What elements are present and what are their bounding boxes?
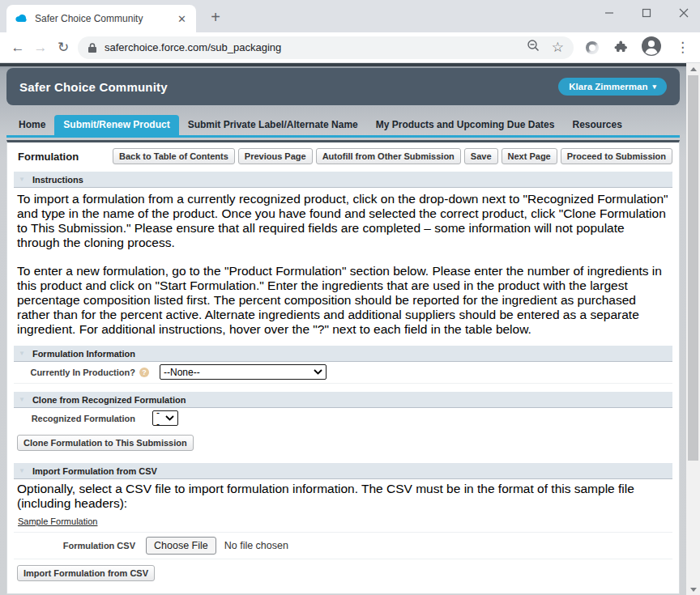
file-status-text: No file chosen	[224, 540, 288, 551]
page-toolbar: Back to Table of Contents Previous Page …	[113, 148, 672, 164]
tab-submit-renew-product[interactable]: Submit/Renew Product	[54, 115, 178, 135]
recognized-formulation-select[interactable]: --	[152, 410, 178, 426]
currently-in-production-label: Currently In Production?	[14, 368, 135, 377]
chevron-down-icon: ▾	[652, 83, 656, 91]
scrollbar-up-arrow[interactable]	[686, 63, 700, 74]
lock-icon	[88, 42, 97, 53]
collapse-triangle-icon: ▼	[19, 350, 25, 357]
window-close-button[interactable]	[679, 8, 689, 18]
browser-menu-icon[interactable]: ⋮	[676, 39, 689, 56]
tab-home[interactable]: Home	[10, 115, 54, 135]
salesforce-cloud-icon	[15, 12, 28, 25]
url-text: saferchoice.force.com/sub_packaging	[105, 41, 515, 53]
collapse-triangle-icon: ▼	[19, 467, 25, 474]
import-formulation-csv-button[interactable]: Import Formulation from CSV	[17, 565, 155, 581]
collapse-triangle-icon: ▼	[19, 396, 25, 403]
page-scrollbar[interactable]	[686, 63, 700, 595]
select-value: --	[156, 407, 162, 430]
tab-submit-private-label[interactable]: Submit Private Label/Alternate Name	[179, 115, 367, 135]
instructions-paragraph-1: To import a formulation from a currently…	[17, 192, 669, 250]
scrollbar-thumb[interactable]	[688, 75, 698, 461]
scrollbar-down-arrow[interactable]	[686, 584, 700, 595]
tab-resources[interactable]: Resources	[563, 115, 630, 135]
recognized-formulation-label: Recognized Formulation	[14, 414, 135, 423]
choose-file-button[interactable]: Choose File	[146, 537, 216, 555]
window-minimize-button[interactable]	[604, 8, 614, 18]
browser-toolbar: ← → ↻ saferchoice.force.com/sub_packagin…	[0, 32, 700, 63]
section-import-csv[interactable]: ▼ Import Formulation from CSV	[14, 463, 672, 479]
back-to-toc-button[interactable]: Back to Table of Contents	[113, 148, 235, 164]
sample-formulation-link[interactable]: Sample Formulation	[18, 516, 97, 526]
site-title: Safer Choice Community	[19, 80, 168, 94]
page-title: Formulation	[14, 151, 79, 163]
section-clone-from-recognized[interactable]: ▼ Clone from Recognized Formulation	[14, 392, 672, 408]
zoom-out-icon[interactable]	[527, 39, 540, 56]
window-maximize-button[interactable]	[642, 8, 651, 18]
browser-tab[interactable]: Safer Choice Community ✕	[6, 5, 196, 32]
page-top-strip	[0, 63, 686, 66]
chevron-down-icon	[314, 369, 322, 375]
user-name: Klara Zimmerman	[569, 82, 647, 91]
profile-avatar[interactable]	[641, 36, 662, 60]
formulation-csv-label: Formulation CSV	[14, 541, 135, 550]
select-value: --None--	[164, 367, 200, 378]
extensions-puzzle-icon[interactable]	[612, 39, 627, 57]
browser-titlebar: Safer Choice Community ✕ +	[0, 0, 700, 32]
tab-close-icon[interactable]: ✕	[176, 13, 188, 25]
section-label: Instructions	[32, 175, 83, 185]
section-product-formulation[interactable]: ▼ Product Formulation	[14, 593, 672, 594]
back-icon[interactable]: ←	[6, 40, 29, 56]
content-card: Formulation Back to Table of Contents Pr…	[6, 140, 680, 594]
csv-intro-text: Optionally, select a CSV file to import …	[17, 482, 669, 511]
site-header: Safer Choice Community Klara Zimmerman ▾	[6, 68, 680, 105]
section-label: Clone from Recognized Formulation	[32, 395, 186, 405]
address-bar[interactable]: saferchoice.force.com/sub_packaging ☆	[78, 36, 574, 59]
main-nav-tabs: Home Submit/Renew Product Submit Private…	[6, 115, 680, 135]
section-formulation-information[interactable]: ▼ Formulation Information	[14, 346, 672, 362]
autofill-button[interactable]: Autofill from Other Submission	[316, 148, 461, 164]
section-label: Formulation Information	[32, 349, 135, 359]
section-instructions[interactable]: ▼ Instructions	[14, 172, 672, 188]
previous-page-button[interactable]: Previous Page	[238, 148, 313, 164]
tab-title: Safer Choice Community	[35, 13, 176, 24]
extension-circle-icon[interactable]	[586, 41, 599, 54]
proceed-to-submission-button[interactable]: Proceed to Submission	[561, 148, 672, 164]
save-button[interactable]: Save	[464, 148, 498, 164]
web-page: Safer Choice Community Klara Zimmerman ▾…	[0, 63, 700, 595]
reload-icon[interactable]: ↻	[52, 39, 75, 56]
tab-my-products[interactable]: My Products and Upcoming Due Dates	[367, 115, 564, 135]
user-menu-button[interactable]: Klara Zimmerman ▾	[558, 78, 667, 96]
collapse-triangle-icon: ▼	[19, 176, 25, 183]
next-page-button[interactable]: Next Page	[502, 148, 557, 164]
forward-icon[interactable]: →	[29, 40, 52, 56]
help-icon[interactable]: ?	[139, 368, 149, 377]
bookmark-star-icon[interactable]: ☆	[552, 40, 564, 54]
nav-accent-line	[6, 135, 680, 138]
currently-in-production-select[interactable]: --None--	[160, 364, 327, 380]
new-tab-button[interactable]: +	[206, 8, 225, 27]
instructions-paragraph-2: To enter a new formulation, go to the "P…	[17, 264, 669, 337]
chevron-down-icon	[165, 415, 174, 421]
clone-formulation-button[interactable]: Clone Formulation to This Submission	[17, 435, 194, 451]
section-label: Import Formulation from CSV	[32, 466, 157, 476]
